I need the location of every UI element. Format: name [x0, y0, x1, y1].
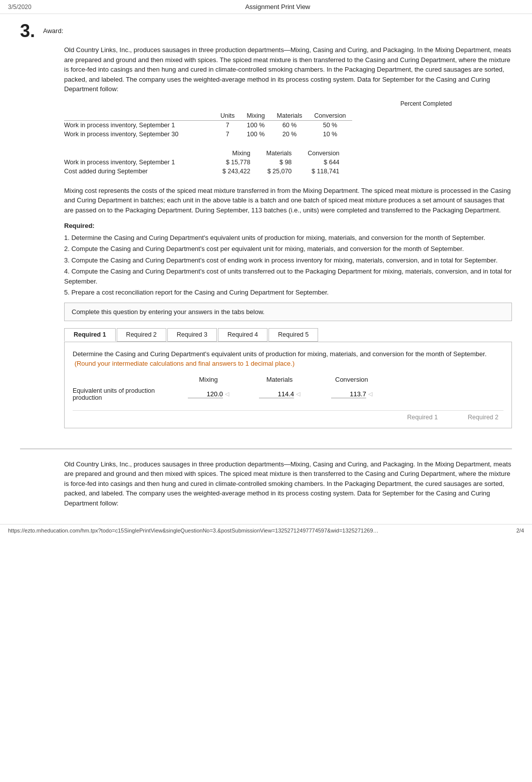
row-label: Work in process inventory, September 1	[64, 120, 214, 130]
answer-table: Mixing Materials Conversion Equivalent u…	[73, 374, 388, 403]
conversion-answer-cell: ◁	[315, 385, 388, 403]
date-label: 3/5/2020	[8, 4, 32, 11]
materials-answer-cell: ◁	[244, 385, 315, 403]
tab-required-1[interactable]: Required 1	[64, 328, 116, 342]
conversion-cell: 50 %	[308, 120, 352, 130]
tabs-row: Required 1 Required 2 Required 3 Require…	[64, 328, 512, 342]
required-label: Required:	[64, 221, 512, 231]
page-title: Assignment Print View	[32, 3, 524, 11]
col-mixing: Mixing	[240, 111, 271, 121]
second-page-text: Old Country Links, Inc., produces sausag…	[64, 459, 512, 508]
award-label: Award:	[43, 22, 63, 35]
tab-instruction: Determine the Casing and Curing Departme…	[73, 349, 503, 369]
table-row: Work in process inventory, September 1 $…	[64, 158, 348, 167]
conversion-indicator: ◁	[368, 391, 372, 397]
next-tab-button[interactable]: Required 2	[468, 414, 498, 421]
mixing-cell: 100 %	[240, 130, 271, 139]
cost-col-mixing: Mixing	[214, 149, 258, 158]
prev-tab-button[interactable]: Required 1	[407, 414, 438, 421]
mixing-cell: 100 %	[240, 120, 271, 130]
col-materials-header: Materials	[244, 374, 315, 385]
mixing-cost-text: Mixing cost represents the costs of the …	[64, 186, 512, 215]
problem-text: Old Country Links, Inc., produces sausag…	[64, 45, 512, 94]
cost-table-section: Mixing Materials Conversion Work in proc…	[64, 149, 512, 176]
inventory-table: Units Mixing Materials Conversion Work i…	[64, 111, 352, 139]
row-label: Work in process inventory, September 30	[64, 130, 214, 139]
col-units: Units	[214, 111, 240, 121]
complete-instruction-text: Complete this question by entering your …	[72, 308, 264, 316]
complete-instruction-box: Complete this question by entering your …	[64, 303, 512, 321]
materials-cell: 20 %	[271, 130, 309, 139]
table-row: Work in process inventory, September 30 …	[64, 130, 352, 139]
table-row: Cost added during September $ 243,422 $ …	[64, 167, 348, 176]
tab-content: Determine the Casing and Curing Departme…	[64, 342, 512, 428]
required-section: Required: 1. Determine the Casing and Cu…	[64, 221, 512, 298]
required-items: 1. Determine the Casing and Curing Depar…	[64, 233, 512, 298]
table-row: Work in process inventory, September 1 7…	[64, 120, 352, 130]
nav-tabs-row: Required 1 Required 2	[73, 410, 503, 421]
mixing-cost: $ 243,422	[214, 167, 258, 176]
units-cell: 7	[214, 130, 240, 139]
materials-input[interactable]	[259, 390, 294, 398]
conversion-cost: $ 644	[300, 158, 347, 167]
row-label: Cost added during September	[64, 167, 214, 176]
question-header: 3. Award:	[20, 22, 512, 40]
col-materials: Materials	[271, 111, 309, 121]
units-cell: 7	[214, 120, 240, 130]
row-label: Equivalent units of production productio…	[73, 385, 173, 403]
required-item-1: 1. Determine the Casing and Curing Depar…	[64, 233, 512, 243]
cost-col-materials: Materials	[258, 149, 300, 158]
tab-required-3[interactable]: Required 3	[167, 328, 217, 342]
required-item-2: 2. Compute the Casing and Curing Departm…	[64, 244, 512, 254]
tab-required-4[interactable]: Required 4	[218, 328, 268, 342]
materials-cost: $ 25,070	[258, 167, 300, 176]
conversion-input[interactable]	[331, 390, 366, 398]
mixing-input[interactable]	[188, 390, 223, 398]
top-bar: 3/5/2020 Assignment Print View	[0, 0, 532, 14]
tab-required-2[interactable]: Required 2	[117, 328, 166, 342]
cost-col-conversion: Conversion	[300, 149, 347, 158]
row-label: Work in process inventory, September 1	[64, 158, 214, 167]
conversion-input-group: ◁	[330, 390, 373, 398]
tab-instruction-note: (Round your intermediate calculations an…	[75, 360, 295, 367]
bottom-page-num: 2/4	[516, 528, 524, 534]
page-content: 3. Award: Old Country Links, Inc., produ…	[0, 14, 532, 524]
col-mixing-header: Mixing	[173, 374, 244, 385]
mixing-cost: $ 15,778	[214, 158, 258, 167]
required-item-5: 5. Prepare a cost reconciliation report …	[64, 288, 512, 298]
question-number: 3.	[20, 22, 35, 40]
materials-indicator: ◁	[296, 391, 300, 397]
col-conversion-header: Conversion	[315, 374, 388, 385]
materials-cost: $ 98	[258, 158, 300, 167]
conversion-cell: 10 %	[308, 130, 352, 139]
col-conversion: Conversion	[308, 111, 352, 121]
bottom-url-bar: https://ezto.mheducation.com/hm.tpx?todo…	[0, 524, 532, 537]
required-item-4: 4. Compute the Casing and Curing Departm…	[64, 267, 512, 286]
required-item-3: 3. Compute the Casing and Curing Departm…	[64, 255, 512, 266]
materials-cell: 60 %	[271, 120, 309, 130]
cost-table: Mixing Materials Conversion Work in proc…	[64, 149, 348, 176]
materials-input-group: ◁	[259, 390, 300, 398]
inventory-table-section: Percent Completed Units Mixing Materials…	[64, 100, 512, 139]
mixing-input-group: ◁	[188, 390, 229, 398]
conversion-cost: $ 118,741	[300, 167, 347, 176]
second-page: Old Country Links, Inc., produces sausag…	[20, 448, 512, 508]
mixing-indicator: ◁	[225, 391, 229, 397]
percent-completed-header: Percent Completed	[400, 100, 452, 108]
tab-required-5[interactable]: Required 5	[269, 328, 318, 342]
mixing-answer-cell: ◁	[173, 385, 244, 403]
url-text: https://ezto.mheducation.com/hm.tpx?todo…	[8, 528, 379, 534]
answer-row: Equivalent units of production productio…	[73, 385, 388, 403]
